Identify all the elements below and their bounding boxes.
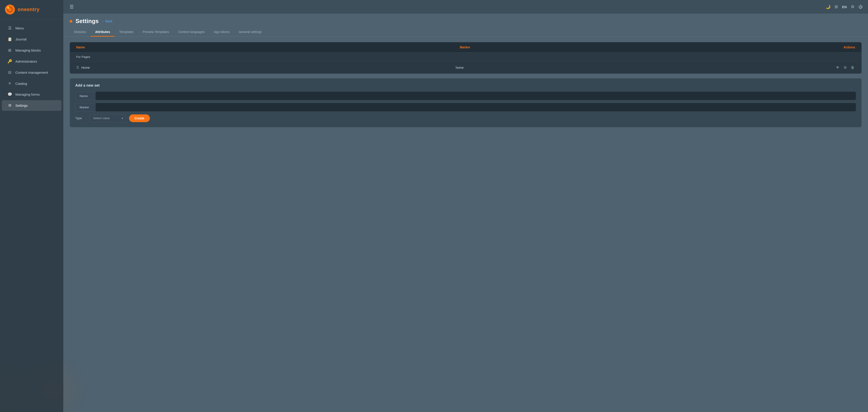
main-content: ☰ 🌙 ⊞ EN ⚙ ⏻ Settings ← Back Modules Att… [63, 0, 868, 412]
type-label: Type [75, 116, 87, 120]
marker-input[interactable] [96, 103, 856, 112]
catalog-icon: ≡ [7, 81, 12, 86]
tab-preview-templates[interactable]: Preview Templates [138, 28, 174, 37]
content-area: Name Marker Actions For Pages ⇅ Home hom… [63, 37, 868, 133]
sidebar-item-menu[interactable]: ☰ Menu [2, 23, 61, 33]
table-header-marker: Marker [460, 46, 843, 49]
marker-field-row: Marker [75, 103, 856, 112]
attributes-table: Name Marker Actions For Pages ⇅ Home hom… [70, 42, 862, 74]
sidebar-item-label-settings: Settings [16, 104, 28, 108]
tabs-bar: Modules Attributes Templates Preview Tem… [63, 25, 868, 37]
tab-attributes[interactable]: Attributes [91, 28, 115, 37]
sidebar-item-label-managing-forms: Managing forms [16, 92, 40, 96]
administrators-icon: 🔑 [7, 59, 12, 64]
edit-icon[interactable]: ⚙ [843, 65, 847, 70]
topbar: ☰ 🌙 ⊞ EN ⚙ ⏻ [63, 0, 868, 13]
tab-templates[interactable]: Templates [115, 28, 138, 37]
back-arrow-icon: ← Back [101, 20, 113, 23]
delete-icon[interactable]: 🗑 [850, 65, 855, 70]
sidebar-item-label-managing-blocks: Managing blocks [16, 49, 41, 52]
topbar-right: 🌙 ⊞ EN ⚙ ⏻ [826, 4, 863, 9]
name-field-row: Name [75, 92, 856, 100]
sidebar-item-journal[interactable]: 📋 Journal [2, 34, 61, 45]
page-title: Settings [75, 18, 99, 25]
svg-point-3 [7, 6, 9, 9]
sidebar-item-managing-blocks[interactable]: ⊞ Managing blocks [2, 45, 61, 56]
managing-forms-icon: 💬 [7, 92, 12, 97]
journal-icon: 📋 [7, 37, 12, 41]
marker-label: Marker [75, 103, 96, 112]
create-button[interactable]: Create [129, 114, 150, 122]
section-label: For Pages [76, 55, 466, 59]
type-field-row: Type Select value String Number Boolean … [75, 114, 856, 122]
logo[interactable]: oneentry [0, 0, 63, 19]
name-label: Name [75, 92, 96, 100]
tab-app-tokens[interactable]: App tokens [209, 28, 234, 37]
language-selector[interactable]: EN [842, 5, 847, 9]
sidebar-item-label-journal: Journal [16, 37, 26, 41]
sidebar-item-label-content-management: Content management [16, 70, 48, 75]
table-header-name: Name [76, 46, 460, 49]
content-management-icon: ⊟ [7, 70, 12, 75]
sidebar-item-catalog[interactable]: ≡ Catalog [2, 78, 61, 89]
sidebar-item-administrators[interactable]: 🔑 Administrators [2, 56, 61, 67]
topbar-left: ☰ [69, 3, 74, 10]
row-actions: 👁 ⚙ 🗑 [835, 65, 855, 70]
table-row: ⇅ Home home 👁 ⚙ 🗑 [70, 61, 862, 73]
tab-modules[interactable]: Modules [70, 28, 91, 37]
theme-toggle-icon[interactable]: 🌙 [826, 4, 831, 9]
sidebar-item-managing-forms[interactable]: 💬 Managing forms [2, 89, 61, 100]
menu-icon: ☰ [7, 26, 12, 31]
sidebar-item-settings[interactable]: ⚙ Settings [2, 100, 61, 111]
row-marker-cell: home [456, 66, 835, 69]
global-settings-icon[interactable]: ⚙ [851, 4, 855, 9]
sidebar-nav: ☰ Menu 📋 Journal ⊞ Managing blocks 🔑 Adm… [0, 19, 63, 114]
view-icon[interactable]: 👁 [835, 65, 840, 70]
add-set-form: Add a new set Name Marker Type Select va… [70, 78, 862, 127]
row-name-cell: ⇅ Home [76, 65, 456, 70]
type-select[interactable]: Select value String Number Boolean Date [90, 114, 126, 122]
settings-icon: ⚙ [7, 103, 12, 108]
sidebar-item-content-management[interactable]: ⊟ Content management [2, 67, 61, 78]
logout-icon[interactable]: ⏻ [859, 4, 863, 9]
managing-blocks-icon: ⊞ [7, 48, 12, 53]
sidebar-item-label-catalog: Catalog [16, 82, 27, 86]
logo-text: oneentry [18, 6, 39, 12]
drag-handle-icon[interactable]: ⇅ [76, 65, 79, 70]
page-header: Settings ← Back [63, 13, 868, 25]
sidebar-item-label-menu: Menu [16, 26, 24, 30]
name-input[interactable] [96, 92, 856, 100]
row-name-value: Home [81, 66, 90, 69]
form-title: Add a new set [75, 83, 856, 88]
table-header: Name Marker Actions [70, 42, 862, 52]
back-button[interactable]: ← Back [101, 20, 113, 23]
grid-icon[interactable]: ⊞ [835, 4, 838, 9]
sidebar-toggle-button[interactable]: ☰ [69, 3, 74, 10]
table-section-for-pages: For Pages [70, 52, 862, 61]
sidebar-item-label-administrators: Administrators [16, 59, 37, 63]
table-header-actions: Actions [844, 46, 855, 49]
logo-icon [4, 4, 16, 15]
sidebar: oneentry ☰ Menu 📋 Journal ⊞ Managing blo… [0, 0, 63, 412]
type-select-wrapper: Select value String Number Boolean Date [90, 114, 126, 122]
page-status-indicator [70, 20, 72, 23]
tab-general-settings[interactable]: General settings [234, 28, 266, 37]
tab-content-languages[interactable]: Content languages [174, 28, 209, 37]
